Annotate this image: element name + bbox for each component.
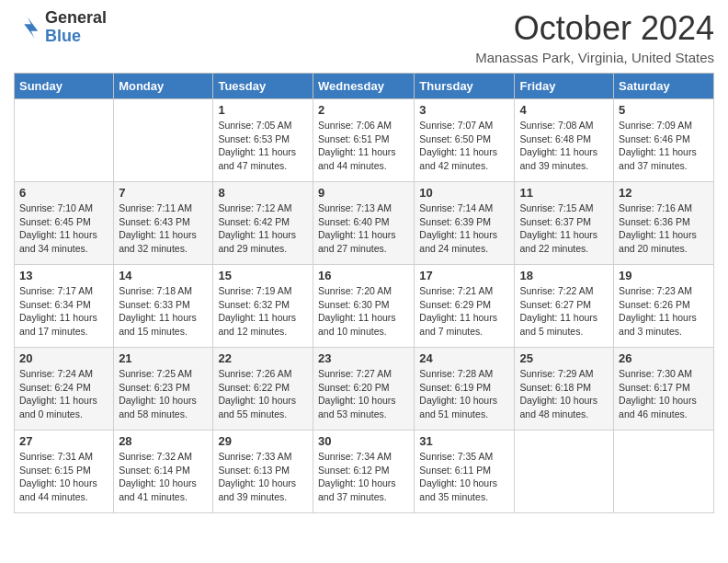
calendar-cell bbox=[15, 99, 114, 182]
day-info: Sunrise: 7:18 AM Sunset: 6:33 PM Dayligh… bbox=[119, 284, 208, 339]
day-info: Sunrise: 7:19 AM Sunset: 6:32 PM Dayligh… bbox=[218, 284, 308, 339]
day-number: 6 bbox=[19, 186, 108, 200]
calendar-cell: 29Sunrise: 7:33 AM Sunset: 6:13 PM Dayli… bbox=[213, 431, 313, 513]
day-info: Sunrise: 7:23 AM Sunset: 6:26 PM Dayligh… bbox=[619, 284, 709, 339]
day-number: 19 bbox=[619, 269, 709, 282]
day-number: 4 bbox=[519, 103, 609, 117]
calendar-cell: 21Sunrise: 7:25 AM Sunset: 6:23 PM Dayli… bbox=[114, 348, 213, 431]
day-info: Sunrise: 7:28 AM Sunset: 6:19 PM Dayligh… bbox=[419, 367, 509, 421]
day-info: Sunrise: 7:21 AM Sunset: 6:29 PM Dayligh… bbox=[419, 284, 509, 339]
day-number: 25 bbox=[519, 351, 609, 365]
day-number: 21 bbox=[119, 351, 208, 365]
day-of-week-header: Monday bbox=[114, 74, 213, 99]
day-number: 23 bbox=[318, 351, 409, 365]
day-number: 16 bbox=[318, 269, 409, 282]
day-of-week-header: Tuesday bbox=[213, 74, 313, 99]
logo-blue: Blue bbox=[45, 28, 107, 46]
day-info: Sunrise: 7:16 AM Sunset: 6:36 PM Dayligh… bbox=[619, 201, 709, 256]
calendar-cell: 7Sunrise: 7:11 AM Sunset: 6:43 PM Daylig… bbox=[114, 182, 213, 265]
day-number: 24 bbox=[419, 351, 509, 365]
day-info: Sunrise: 7:24 AM Sunset: 6:24 PM Dayligh… bbox=[19, 367, 108, 421]
day-number: 13 bbox=[19, 269, 108, 282]
day-info: Sunrise: 7:22 AM Sunset: 6:27 PM Dayligh… bbox=[519, 284, 609, 339]
calendar-cell: 22Sunrise: 7:26 AM Sunset: 6:22 PM Dayli… bbox=[213, 348, 313, 431]
calendar-week-row: 6Sunrise: 7:10 AM Sunset: 6:45 PM Daylig… bbox=[15, 182, 714, 265]
day-number: 9 bbox=[318, 186, 409, 200]
calendar-cell: 12Sunrise: 7:16 AM Sunset: 6:36 PM Dayli… bbox=[614, 182, 714, 265]
calendar-cell: 20Sunrise: 7:24 AM Sunset: 6:24 PM Dayli… bbox=[15, 348, 114, 431]
day-number: 12 bbox=[619, 186, 709, 200]
calendar-week-row: 20Sunrise: 7:24 AM Sunset: 6:24 PM Dayli… bbox=[15, 348, 714, 431]
day-info: Sunrise: 7:12 AM Sunset: 6:42 PM Dayligh… bbox=[218, 201, 308, 256]
day-of-week-header: Saturday bbox=[614, 74, 714, 99]
calendar-cell: 27Sunrise: 7:31 AM Sunset: 6:15 PM Dayli… bbox=[15, 431, 114, 513]
logo: General Blue bbox=[14, 9, 107, 46]
calendar-cell bbox=[515, 431, 614, 513]
calendar-cell: 9Sunrise: 7:13 AM Sunset: 6:40 PM Daylig… bbox=[313, 182, 414, 265]
calendar-cell: 31Sunrise: 7:35 AM Sunset: 6:11 PM Dayli… bbox=[415, 431, 515, 513]
day-info: Sunrise: 7:20 AM Sunset: 6:30 PM Dayligh… bbox=[318, 284, 409, 339]
day-number: 5 bbox=[619, 103, 709, 117]
day-number: 27 bbox=[19, 434, 108, 448]
calendar-week-row: 1Sunrise: 7:05 AM Sunset: 6:53 PM Daylig… bbox=[15, 99, 714, 182]
calendar-cell: 17Sunrise: 7:21 AM Sunset: 6:29 PM Dayli… bbox=[415, 265, 515, 348]
title-section: October 2024 Manassas Park, Virginia, Un… bbox=[475, 9, 714, 65]
day-number: 10 bbox=[419, 186, 509, 200]
day-info: Sunrise: 7:07 AM Sunset: 6:50 PM Dayligh… bbox=[419, 119, 509, 173]
day-info: Sunrise: 7:08 AM Sunset: 6:48 PM Dayligh… bbox=[519, 119, 609, 173]
calendar-cell bbox=[614, 431, 714, 513]
day-number: 8 bbox=[218, 186, 308, 200]
calendar-cell: 23Sunrise: 7:27 AM Sunset: 6:20 PM Dayli… bbox=[313, 348, 414, 431]
calendar-week-row: 27Sunrise: 7:31 AM Sunset: 6:15 PM Dayli… bbox=[15, 431, 714, 513]
day-info: Sunrise: 7:17 AM Sunset: 6:34 PM Dayligh… bbox=[19, 284, 108, 339]
day-info: Sunrise: 7:30 AM Sunset: 6:17 PM Dayligh… bbox=[619, 367, 709, 421]
day-info: Sunrise: 7:34 AM Sunset: 6:12 PM Dayligh… bbox=[318, 450, 409, 504]
day-info: Sunrise: 7:11 AM Sunset: 6:43 PM Dayligh… bbox=[119, 201, 208, 256]
day-info: Sunrise: 7:09 AM Sunset: 6:46 PM Dayligh… bbox=[619, 119, 709, 173]
calendar-cell: 26Sunrise: 7:30 AM Sunset: 6:17 PM Dayli… bbox=[614, 348, 714, 431]
calendar-cell: 15Sunrise: 7:19 AM Sunset: 6:32 PM Dayli… bbox=[213, 265, 313, 348]
location: Manassas Park, Virginia, United States bbox=[475, 50, 714, 65]
calendar-table: SundayMondayTuesdayWednesdayThursdayFrid… bbox=[14, 73, 714, 513]
day-info: Sunrise: 7:33 AM Sunset: 6:13 PM Dayligh… bbox=[218, 450, 308, 504]
day-number: 15 bbox=[218, 269, 308, 282]
day-number: 11 bbox=[519, 186, 609, 200]
logo-text: General Blue bbox=[45, 9, 107, 46]
calendar-cell: 30Sunrise: 7:34 AM Sunset: 6:12 PM Dayli… bbox=[313, 431, 414, 513]
day-number: 31 bbox=[419, 434, 509, 448]
day-number: 3 bbox=[419, 103, 509, 117]
calendar-cell: 8Sunrise: 7:12 AM Sunset: 6:42 PM Daylig… bbox=[213, 182, 313, 265]
month-title: October 2024 bbox=[475, 9, 714, 48]
day-number: 17 bbox=[419, 269, 509, 282]
calendar-cell: 13Sunrise: 7:17 AM Sunset: 6:34 PM Dayli… bbox=[15, 265, 114, 348]
calendar-cell: 25Sunrise: 7:29 AM Sunset: 6:18 PM Dayli… bbox=[515, 348, 614, 431]
day-number: 20 bbox=[19, 351, 108, 365]
day-number: 29 bbox=[218, 434, 308, 448]
calendar-cell: 1Sunrise: 7:05 AM Sunset: 6:53 PM Daylig… bbox=[213, 99, 313, 182]
day-number: 14 bbox=[119, 269, 208, 282]
day-number: 26 bbox=[619, 351, 709, 365]
calendar-cell: 4Sunrise: 7:08 AM Sunset: 6:48 PM Daylig… bbox=[515, 99, 614, 182]
calendar-cell: 18Sunrise: 7:22 AM Sunset: 6:27 PM Dayli… bbox=[515, 265, 614, 348]
day-info: Sunrise: 7:35 AM Sunset: 6:11 PM Dayligh… bbox=[419, 450, 509, 504]
day-info: Sunrise: 7:14 AM Sunset: 6:39 PM Dayligh… bbox=[419, 201, 509, 256]
day-number: 1 bbox=[218, 103, 308, 117]
day-info: Sunrise: 7:13 AM Sunset: 6:40 PM Dayligh… bbox=[318, 201, 409, 256]
calendar-cell: 11Sunrise: 7:15 AM Sunset: 6:37 PM Dayli… bbox=[515, 182, 614, 265]
calendar-week-row: 13Sunrise: 7:17 AM Sunset: 6:34 PM Dayli… bbox=[15, 265, 714, 348]
calendar-cell: 6Sunrise: 7:10 AM Sunset: 6:45 PM Daylig… bbox=[15, 182, 114, 265]
day-info: Sunrise: 7:06 AM Sunset: 6:51 PM Dayligh… bbox=[318, 119, 409, 173]
day-number: 30 bbox=[318, 434, 409, 448]
day-info: Sunrise: 7:10 AM Sunset: 6:45 PM Dayligh… bbox=[19, 201, 108, 256]
day-of-week-header: Wednesday bbox=[313, 74, 414, 99]
svg-marker-0 bbox=[24, 17, 38, 39]
calendar-cell: 10Sunrise: 7:14 AM Sunset: 6:39 PM Dayli… bbox=[415, 182, 515, 265]
day-of-week-header: Sunday bbox=[15, 74, 114, 99]
page-header: General Blue October 2024 Manassas Park,… bbox=[14, 9, 714, 65]
day-number: 28 bbox=[119, 434, 208, 448]
day-info: Sunrise: 7:26 AM Sunset: 6:22 PM Dayligh… bbox=[218, 367, 308, 421]
calendar-cell: 19Sunrise: 7:23 AM Sunset: 6:26 PM Dayli… bbox=[614, 265, 714, 348]
calendar-cell: 3Sunrise: 7:07 AM Sunset: 6:50 PM Daylig… bbox=[415, 99, 515, 182]
day-info: Sunrise: 7:31 AM Sunset: 6:15 PM Dayligh… bbox=[19, 450, 108, 504]
day-number: 2 bbox=[318, 103, 409, 117]
